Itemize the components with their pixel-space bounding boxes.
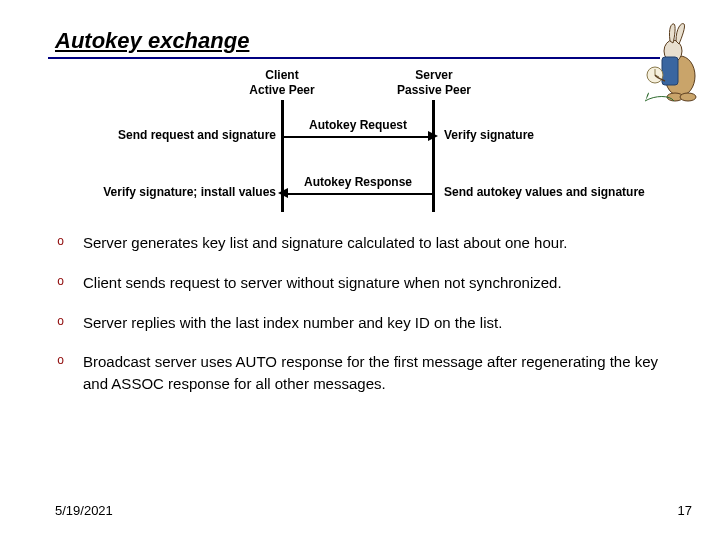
response-arrow-line <box>286 193 433 195</box>
server-header: Server Passive Peer <box>380 68 488 98</box>
slide-date: 5/19/2021 <box>55 503 113 518</box>
server-role: Passive Peer <box>397 83 471 97</box>
bullet-item: Client sends request to server without s… <box>55 272 659 294</box>
client-label: Client <box>265 68 298 82</box>
client-step-2: Verify signature; install values <box>62 185 276 199</box>
bullet-item: Broadcast server uses AUTO response for … <box>55 351 659 395</box>
bullet-item: Server replies with the last index numbe… <box>55 312 659 334</box>
response-label: Autokey Response <box>283 175 433 189</box>
client-step-1: Send request and signature <box>96 128 276 142</box>
title-underline <box>48 57 660 59</box>
client-role: Active Peer <box>249 83 314 97</box>
server-step-2: Send autokey values and signature <box>444 185 645 199</box>
response-arrow-head <box>278 188 288 198</box>
bullet-list: Server generates key list and signature … <box>55 232 659 413</box>
slide-title: Autokey exchange <box>55 28 249 54</box>
slide: Autokey exchange Client Active Peer Serv… <box>0 0 720 540</box>
server-step-1: Verify signature <box>444 128 534 142</box>
server-timeline <box>432 100 435 212</box>
bullet-item: Server generates key list and signature … <box>55 232 659 254</box>
server-label: Server <box>415 68 452 82</box>
rabbit-logo <box>640 21 706 103</box>
request-arrow-head <box>428 131 438 141</box>
svg-point-7 <box>680 93 696 101</box>
client-header: Client Active Peer <box>228 68 336 98</box>
request-arrow-line <box>283 136 430 138</box>
request-label: Autokey Request <box>283 118 433 132</box>
page-number: 17 <box>678 503 692 518</box>
